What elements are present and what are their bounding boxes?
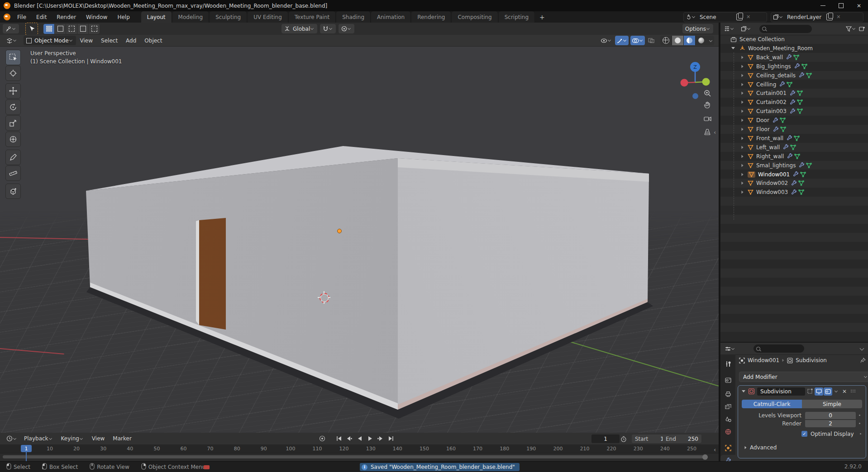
properties-options-chevron[interactable] (860, 346, 864, 350)
modifier-wrench-icon[interactable] (793, 171, 799, 177)
mesh-data-icon[interactable] (780, 118, 786, 123)
timeline-menu-playback[interactable]: Playback (20, 435, 57, 442)
timeline-menu-keying[interactable]: Keying (57, 435, 88, 442)
tool-settings-editor-button[interactable] (3, 24, 19, 33)
jump-prev-keyframe-button[interactable] (344, 434, 354, 443)
gizmos-toggle[interactable] (615, 36, 629, 45)
levels-viewport-field[interactable]: 0 (805, 412, 856, 419)
timeline-menu-view[interactable]: View (88, 435, 109, 442)
expand-triangle-icon[interactable] (741, 74, 743, 77)
modifier-wrench-icon[interactable] (799, 162, 805, 168)
modifier-wrench-icon[interactable] (790, 99, 796, 105)
workspace-tab-modeling[interactable]: Modeling (172, 11, 210, 23)
object-label[interactable]: Back_wall (756, 54, 783, 61)
tool-transform[interactable] (5, 132, 21, 147)
timeline-ruler[interactable]: 1020304050607080901001101201301401501601… (0, 444, 719, 453)
expand-triangle-icon[interactable] (741, 155, 743, 158)
viewport-menu-select[interactable]: Select (97, 38, 122, 44)
outliner-row-floor[interactable]: Floor (720, 125, 868, 134)
start-frame-field[interactable]: Start 1 (632, 434, 667, 443)
shading-material-preview-button[interactable] (684, 36, 696, 45)
outliner-search-input[interactable] (759, 25, 812, 33)
modifier-wrench-icon[interactable] (790, 109, 796, 114)
object-label[interactable]: Ceiling_details (756, 72, 796, 79)
outliner-row-ceilling[interactable]: Ceilling (720, 80, 868, 89)
menu-edit[interactable]: Edit (31, 11, 52, 23)
breadcrumb-object-name[interactable]: Window001 (748, 357, 779, 363)
expand-triangle-icon[interactable] (741, 101, 743, 104)
mesh-data-icon[interactable] (798, 189, 804, 195)
timeline-menu-marker[interactable]: Marker (109, 435, 135, 442)
modifier-delete-icon[interactable]: ✕ (842, 388, 847, 395)
auto-keying-toggle[interactable] (317, 434, 327, 443)
modifier-render-toggle[interactable] (824, 387, 832, 396)
modifier-drag-grip[interactable] (850, 389, 856, 394)
catmull-clark-button[interactable]: Catmull-Clark (742, 400, 802, 408)
workspace-tab-shading[interactable]: Shading (336, 11, 371, 23)
shading-solid-button[interactable] (672, 36, 684, 45)
modifier-wrench-icon[interactable] (773, 127, 779, 132)
object-visibility-dropdown[interactable] (599, 36, 613, 45)
jump-to-end-button[interactable] (386, 434, 396, 443)
new-collection-button[interactable] (859, 26, 865, 32)
modifier-wrench-icon[interactable] (791, 180, 797, 186)
xray-toggle[interactable] (647, 36, 656, 45)
outliner-row-big-lightings[interactable]: Big_lightings (720, 62, 868, 71)
tab-output[interactable] (720, 388, 735, 400)
add-modifier-dropdown[interactable]: Add Modifier (739, 372, 868, 382)
modifier-wrench-icon[interactable] (799, 72, 805, 78)
modifier-wrench-icon[interactable] (794, 63, 800, 69)
panel-expand-icon[interactable] (742, 390, 745, 392)
object-label[interactable]: Ceilling (756, 81, 776, 88)
select-mode-invert[interactable] (77, 24, 89, 34)
modifier-wrench-icon[interactable] (791, 189, 797, 195)
outliner-row-ceiling-details[interactable]: Ceiling_details (720, 71, 868, 80)
select-mode-set[interactable] (43, 24, 55, 34)
menu-help[interactable]: Help (112, 11, 134, 23)
outliner-row-window003[interactable]: Window003 (720, 188, 868, 197)
mesh-data-icon[interactable] (794, 154, 800, 159)
select-mode-intersect[interactable] (89, 24, 100, 34)
scene-collection-label[interactable]: Scene Collection (739, 36, 785, 42)
modifier-wrench-icon[interactable] (779, 81, 785, 87)
object-label[interactable]: Front_wall (756, 135, 783, 142)
close-button[interactable]: ✕ (850, 0, 868, 11)
unlink-scene-icon[interactable]: ✕ (744, 14, 753, 20)
outliner-filter-button[interactable] (846, 26, 856, 32)
tool-scale[interactable] (5, 115, 21, 131)
viewport-menu-view[interactable]: View (76, 38, 97, 44)
jump-to-start-button[interactable] (334, 434, 343, 443)
outliner-row-right-wall[interactable]: Right_wall (720, 152, 868, 161)
expand-triangle-icon[interactable] (741, 191, 743, 194)
decorator-dot[interactable] (859, 423, 860, 424)
object-label[interactable]: Curtain002 (756, 99, 787, 105)
expand-triangle-icon[interactable] (741, 146, 743, 149)
tool-select-box[interactable] (5, 50, 21, 65)
collection-label[interactable]: Wooden_Meeting_Room (748, 45, 813, 52)
outliner-row-left-wall[interactable]: Left_wall (720, 143, 868, 152)
pin-icon[interactable] (860, 358, 866, 363)
properties-search-input[interactable] (754, 345, 804, 353)
outliner-row-back-wall[interactable]: Back_wall (720, 53, 868, 62)
maximize-button[interactable] (832, 0, 850, 11)
modifier-wrench-icon[interactable] (790, 90, 796, 96)
tab-world[interactable] (720, 426, 735, 438)
object-label[interactable]: Window003 (756, 189, 788, 195)
simple-button[interactable]: Simple (802, 400, 862, 408)
mesh-data-icon[interactable] (800, 172, 806, 177)
menu-file[interactable]: File (12, 11, 31, 23)
object-label[interactable]: Door (756, 117, 769, 123)
tab-render[interactable] (720, 374, 735, 386)
current-frame-field[interactable]: 1 (591, 434, 620, 443)
shading-rendered-button[interactable] (696, 36, 707, 45)
expand-triangle-icon[interactable] (741, 173, 743, 176)
tab-object[interactable] (720, 442, 735, 454)
outliner-editor-type-button[interactable] (721, 24, 737, 33)
workspace-tab-compositing[interactable]: Compositing (452, 11, 498, 23)
collapse-triangle-icon[interactable] (731, 47, 735, 49)
workspace-tab-scripting[interactable]: Scripting (499, 11, 535, 23)
snapping-toggle[interactable] (320, 24, 336, 33)
modifier-wrench-icon[interactable] (786, 54, 792, 60)
outliner-row-wooden-meeting-room[interactable]: Wooden_Meeting_Room (720, 44, 868, 53)
workspace-tab-layout[interactable]: Layout (141, 11, 172, 23)
